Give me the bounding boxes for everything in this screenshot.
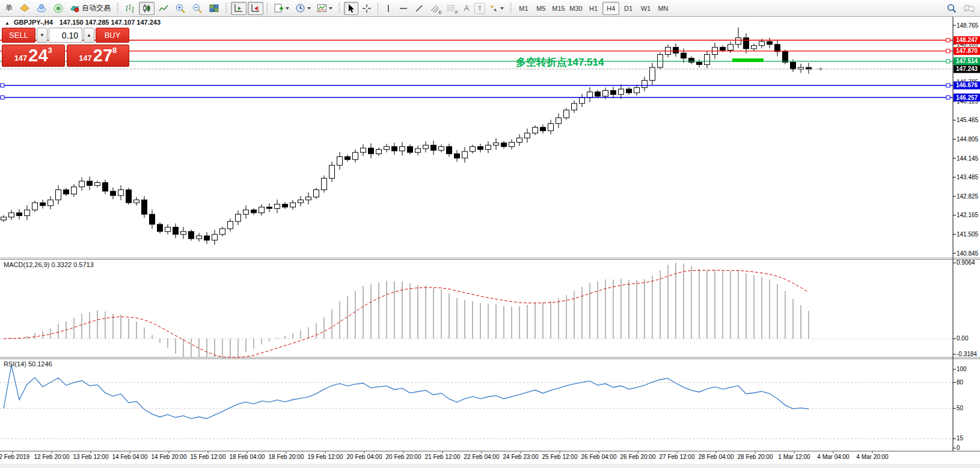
volume-step-up-button[interactable]: ▲ bbox=[84, 28, 94, 43]
time-axis-label: 24 Feb 23:00 bbox=[503, 454, 539, 460]
timeframe-m30[interactable]: M30 bbox=[568, 2, 584, 15]
price-tick-label: 148.765 bbox=[957, 22, 979, 29]
chart-canvas[interactable]: 148.765148.105147.445146.785146.125145.4… bbox=[0, 0, 980, 468]
zoom-out-icon[interactable] bbox=[189, 2, 205, 15]
caret-down-icon bbox=[500, 7, 504, 10]
bid-main: 24 bbox=[28, 47, 47, 64]
bid-quote-button[interactable]: 147 24 3 bbox=[2, 45, 65, 67]
orders-menu-label[interactable]: 单 bbox=[2, 2, 16, 15]
arrows-tool-icon[interactable] bbox=[486, 2, 506, 15]
crosshair-icon[interactable] bbox=[360, 2, 374, 15]
line-chart-icon[interactable] bbox=[156, 2, 171, 15]
timeframe-mn[interactable]: MN bbox=[655, 2, 672, 15]
fibonacci-tool-icon[interactable]: F bbox=[444, 2, 459, 15]
equidistant-channel-tool-icon[interactable]: E bbox=[427, 2, 443, 15]
vertical-line-tool-icon[interactable] bbox=[382, 2, 395, 15]
bid-pip: 3 bbox=[48, 46, 52, 55]
caret-down-icon bbox=[307, 7, 311, 10]
chart-shift-icon[interactable] bbox=[248, 2, 263, 15]
timeframe-toolbar: M1 M5 M15 M30 H1 H4 D1 W1 MN bbox=[515, 2, 672, 15]
line-handle bbox=[1, 84, 4, 87]
bar-chart-icon[interactable] bbox=[122, 2, 138, 15]
time-axis-label: 14 Feb 04:00 bbox=[112, 454, 148, 460]
line-handle bbox=[946, 38, 950, 42]
trendline-tool-icon[interactable] bbox=[412, 2, 426, 15]
macd-axis-label: 0.9064 bbox=[957, 259, 975, 266]
last-bar-marker bbox=[818, 67, 822, 71]
macd-signal-line bbox=[4, 270, 809, 357]
auto-trading-icon bbox=[70, 4, 79, 13]
fibo-tag: F bbox=[455, 10, 458, 15]
search-icon[interactable] bbox=[944, 2, 960, 15]
time-axis-label: 15 Feb 12:00 bbox=[191, 454, 226, 460]
text-label-tool-icon[interactable]: T bbox=[474, 3, 485, 14]
price-line-badge-label: 148.247 bbox=[956, 37, 978, 43]
time-axis-label: 19 Feb 12:00 bbox=[308, 454, 343, 460]
horizontal-line-tool-icon[interactable] bbox=[396, 2, 411, 15]
macd-indicator-label: MACD(12,26,9) 0.3322 0.5713 bbox=[4, 261, 94, 268]
trade-panel-controls: SELL ▼ 0.10 ▲ BUY bbox=[2, 28, 129, 43]
macd-axis-label: -0.3184 bbox=[957, 351, 977, 357]
ask-main: 27 bbox=[93, 47, 112, 64]
price-tick-label: 144.805 bbox=[957, 136, 979, 143]
time-axis-label: 20 Feb 04:00 bbox=[347, 454, 382, 460]
volume-step-down-button[interactable]: ▼ bbox=[37, 28, 47, 43]
caret-down-icon bbox=[286, 7, 289, 10]
chart-annotation-text[interactable]: 多空转折点147.514 bbox=[516, 55, 604, 69]
buy-button[interactable]: BUY bbox=[96, 28, 129, 43]
signals-icon[interactable] bbox=[51, 2, 66, 15]
time-axis-label: 28 Feb 04:00 bbox=[699, 454, 734, 460]
timeframe-m15[interactable]: M15 bbox=[550, 2, 567, 15]
time-axis-label: 27 Feb 12:00 bbox=[660, 454, 695, 460]
toolbar-separator bbox=[267, 2, 268, 14]
price-tick-label: 140.845 bbox=[957, 250, 979, 257]
channel-tag: E bbox=[439, 10, 442, 15]
collapse-triangle-icon[interactable]: ▲ bbox=[5, 20, 10, 26]
auto-trading-label: 自动交易 bbox=[82, 3, 111, 13]
price-tick-label: 142.825 bbox=[957, 193, 979, 200]
toolbar-grip bbox=[117, 3, 118, 14]
timeframe-m5[interactable]: M5 bbox=[533, 2, 550, 15]
main-toolbar: 单 自动交易 bbox=[0, 0, 980, 17]
toolbar-separator bbox=[378, 2, 378, 14]
price-tick-label: 142.165 bbox=[957, 212, 979, 218]
candlestick-chart-icon[interactable] bbox=[139, 2, 155, 15]
auto-scroll-icon[interactable] bbox=[231, 2, 247, 15]
rsi-axis-label: 100 bbox=[957, 366, 967, 372]
rsi-line bbox=[4, 365, 809, 419]
sell-button[interactable]: SELL bbox=[2, 28, 35, 43]
time-axis-label: 26 Feb 20:00 bbox=[620, 454, 656, 460]
price-line-badge-label: 146.257 bbox=[956, 94, 978, 101]
time-axis-label: 22 Feb 04:00 bbox=[464, 454, 500, 460]
timeframe-h1[interactable]: H1 bbox=[585, 2, 602, 15]
text-tool-icon[interactable]: A bbox=[460, 2, 473, 15]
rsi-axis-label: 15 bbox=[957, 435, 964, 442]
indicators-button[interactable] bbox=[314, 2, 335, 15]
green-segment-annotation[interactable] bbox=[732, 58, 764, 62]
mt4-window: 单 自动交易 bbox=[0, 0, 980, 468]
ask-quote-button[interactable]: 147 27 8 bbox=[67, 45, 130, 67]
ask-prefix: 147 bbox=[79, 52, 92, 64]
timeframe-h4[interactable]: H4 bbox=[602, 2, 619, 15]
cursor-icon[interactable] bbox=[344, 2, 358, 15]
community-icon[interactable] bbox=[34, 2, 49, 15]
new-chart-button[interactable] bbox=[271, 2, 292, 15]
timeframe-w1[interactable]: W1 bbox=[637, 2, 654, 15]
time-axis-label: 12 Feb 2019 bbox=[0, 454, 30, 460]
tile-windows-icon[interactable] bbox=[206, 2, 222, 15]
volume-input[interactable]: 0.10 bbox=[49, 28, 82, 43]
time-axis-label: 12 Feb 20:00 bbox=[34, 454, 70, 460]
macd-axis-label: 0.00 bbox=[957, 335, 969, 342]
gold-diamond-icon[interactable] bbox=[17, 2, 32, 15]
chat-icon[interactable] bbox=[961, 2, 978, 15]
timeframe-d1[interactable]: D1 bbox=[620, 2, 637, 15]
periods-clock-button[interactable] bbox=[293, 2, 313, 15]
bid-prefix: 147 bbox=[14, 52, 28, 64]
auto-trading-button[interactable]: 自动交易 bbox=[67, 2, 113, 15]
symbol-title: GBPJPY-,H4 bbox=[14, 19, 53, 26]
timeframe-m1[interactable]: M1 bbox=[515, 2, 532, 15]
one-click-trading-panel: SELL ▼ 0.10 ▲ BUY 147 24 3 147 27 8 bbox=[2, 28, 129, 67]
rsi-indicator-label: RSI(14) 50.1246 bbox=[4, 360, 52, 368]
zoom-in-icon[interactable] bbox=[173, 2, 188, 15]
price-line-badge-label: 146.676 bbox=[956, 82, 978, 88]
